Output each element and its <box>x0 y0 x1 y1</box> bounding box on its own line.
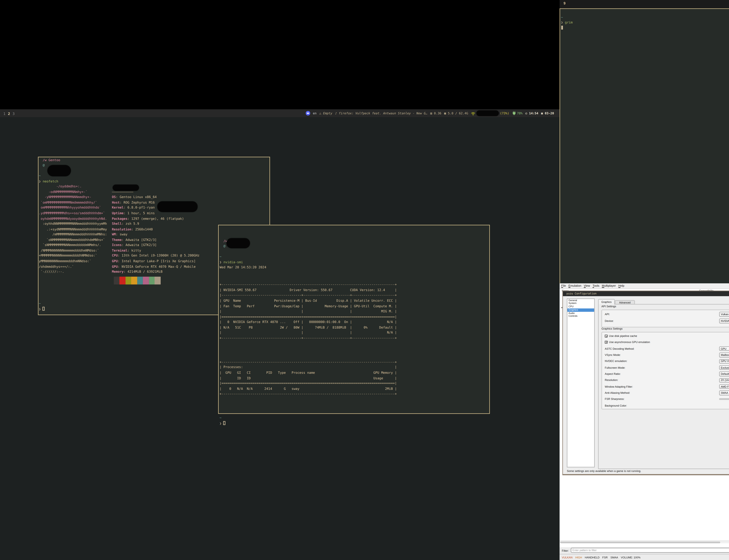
menu-view[interactable]: View <box>584 284 590 287</box>
status-badge-high[interactable]: HIGH <box>575 556 582 559</box>
dropdown-api-[interactable]: Vulkan▾ <box>719 312 729 317</box>
tab-graphics[interactable]: Graphics <box>598 299 615 305</box>
calendar-icon: ▣ <box>541 112 543 115</box>
dropdown-selected-value: AMD FidelityFX™ Super Resolution <box>720 385 729 388</box>
terminal-nvidia-smi[interactable]: /w Gentoo @ ~❯ nvidia-smiWed Mar 20 14:5… <box>218 225 490 414</box>
api-settings-title: API Settings <box>601 305 616 308</box>
wifi-icon <box>471 111 475 115</box>
left-monitor: 123 en △ Empty ♪ firefox: Vulfpeck feat.… <box>0 0 560 560</box>
horizontal-scrollbar[interactable]: ▸ <box>560 540 729 543</box>
dropdown-selected-value: GPU <box>720 347 729 350</box>
cpu-load-module[interactable]: ▥ 0.36 <box>430 112 441 115</box>
config-section-cpu[interactable]: CPU <box>567 305 594 308</box>
fsr-sharpness-slider[interactable]: 88% <box>719 397 729 401</box>
tab-advanced[interactable]: Advanced <box>615 300 635 305</box>
battery-module[interactable]: 78% <box>512 111 522 115</box>
bell-icon: △ <box>319 112 321 115</box>
terminal-grim[interactable]: ~❯ grim <box>560 8 729 283</box>
neofetch-info-row: GPU: Intel Raptor Lake-P [Iris Xe Graphi… <box>112 259 200 264</box>
menu-help[interactable]: Help <box>618 284 624 287</box>
redacted-hostname <box>226 238 250 248</box>
workspace-button-3[interactable]: 3 <box>13 111 15 115</box>
status-badge-fsr[interactable]: FSR <box>602 556 608 559</box>
setting-label-fullscreen-mode-: Fullscreen Mode: <box>605 366 719 369</box>
horizontal-scrollbar-thumb[interactable] <box>560 541 720 543</box>
status-badge-smaa[interactable]: SMAA <box>610 556 618 559</box>
checkbox-use-asynchronous-gpu-emulation[interactable]: ✓Use asynchronous GPU emulation <box>605 339 729 345</box>
setting-label-background-color: Background Color: <box>605 404 729 407</box>
keyboard-layout[interactable]: en <box>313 112 317 115</box>
redacted-hostname <box>47 165 71 176</box>
dropdown-window-adapting-filter-[interactable]: AMD FidelityFX™ Super Resolution▾ <box>719 384 729 389</box>
config-section-controls[interactable]: Controls <box>567 315 594 318</box>
dropdown-selected-value: Exclusive Fullscreen <box>720 366 729 369</box>
clock-module[interactable]: ◴ 14:54 <box>525 112 538 115</box>
setting-label-fsr-sharpness: FSR Sharpness: <box>605 398 719 401</box>
dropdown-fullscreen-mode-[interactable]: Exclusive Fullscreen▾ <box>719 365 729 370</box>
media-module[interactable]: ♪ firefox: Vulfpeck feat. Antwaun Stanle… <box>335 112 427 115</box>
config-section-system[interactable]: System <box>567 302 594 305</box>
workspace-button-2[interactable]: 2 <box>8 111 10 115</box>
palette-swatch <box>155 276 160 284</box>
graphics-settings-title: Graphics Settings <box>601 327 623 330</box>
workspace-button-1[interactable]: 1 <box>3 111 5 115</box>
date-module[interactable]: ▣ 03-20 <box>541 112 554 115</box>
menu-file[interactable]: File <box>561 284 566 287</box>
dropdown-resolution-[interactable]: 2X (1440p/2160p)▾ <box>719 378 729 383</box>
neofetch-shell-prompt: ~❯ <box>39 301 45 312</box>
setting-label-api-: API: <box>605 313 719 316</box>
menu-multiplayer[interactable]: Multiplayer <box>602 284 616 287</box>
dropdown-aspect-ratio-[interactable]: Default (16:9)▾ <box>719 372 729 376</box>
dropdown-selected-value: Mailbox (Recommended) <box>720 354 729 356</box>
setting-label-window-adapting-filter-: Window Adapting Filter: <box>605 385 719 388</box>
dropdown-device-[interactable]: NVIDIA GeForce RTX 4070 Laptop GPU▾ <box>719 319 729 323</box>
nvidia-shell-prompt: ~❯ <box>220 416 397 426</box>
palette-swatch <box>143 276 149 284</box>
dropdown-selected-value: 2X (1440p/2160p) <box>720 379 729 382</box>
status-badge-handheld[interactable]: HANDHELD <box>585 556 599 559</box>
filter-input[interactable] <box>571 548 729 553</box>
notifications-module[interactable]: △ Empty <box>319 112 332 115</box>
setting-label-astc-decoding-method-: ASTC Decoding Method: <box>605 347 719 350</box>
dropdown-astc-decoding-method-[interactable]: GPU▾ <box>719 346 729 351</box>
status-badge-volume-100-[interactable]: VOLUME: 100% <box>621 556 640 559</box>
checkbox-use-disk-pipeline-cache[interactable]: ✓Use disk pipeline cache <box>605 333 729 339</box>
neofetch-info-row: WM: sway <box>112 232 200 238</box>
slider-track-left[interactable] <box>719 399 729 400</box>
neofetch-info-row: Theme: Adwaita [GTK2/3] <box>112 237 200 243</box>
menu-emulation[interactable]: Emulation <box>568 284 581 287</box>
config-section-general[interactable]: General <box>567 299 594 302</box>
config-section-graphics[interactable]: Graphics <box>567 308 594 312</box>
dialog-title-bar[interactable]: yuzu Configuration <box>563 291 729 296</box>
redacted-user-host <box>112 185 139 191</box>
checkbox-box[interactable]: ✓ <box>605 335 607 338</box>
palette-swatch <box>114 276 119 284</box>
grim-prompt: ~❯ grim <box>561 9 573 31</box>
checkbox-box[interactable]: ✓ <box>605 341 607 343</box>
menu-tools[interactable]: Tools <box>592 284 599 287</box>
setting-label-aspect-ratio-: Aspect Ratio: <box>605 373 719 375</box>
dialog-note: Some settings are only available when a … <box>567 469 641 472</box>
config-section-audio[interactable]: Audio <box>567 312 594 315</box>
terminal-cursor <box>223 421 225 425</box>
dropdown-anti-aliasing-method-[interactable]: SMAA▾ <box>719 391 729 395</box>
yuzu-configuration-dialog: yuzu Configuration GeneralSystemCPUGraph… <box>562 291 729 475</box>
sway-status-bar: 123 en △ Empty ♪ firefox: Vulfpeck feat.… <box>0 109 560 117</box>
discord-icon[interactable] <box>306 111 310 115</box>
neofetch-info-row: Shell: zsh 5.9 <box>112 222 200 227</box>
neofetch-info-row: Memory: 4214MiB / 63921MiB <box>112 269 200 275</box>
workspace-9[interactable]: 9 <box>563 1 566 5</box>
neofetch-info-row: Packages: 1297 (emerge), 46 (flatpak) <box>112 216 200 222</box>
setting-label-vsync-mode-: VSync Mode: <box>605 354 719 356</box>
memory-module[interactable]: ▦ 5.0 / 62.4G <box>444 112 468 115</box>
terminal-cursor <box>561 26 563 30</box>
wifi-module[interactable]: (73%) <box>471 111 509 116</box>
status-badge-vulkan[interactable]: VULKAN <box>562 556 572 559</box>
dropdown-nvdec-emulation-[interactable]: GPU Video Decoding (Default)▾ <box>719 359 729 364</box>
dropdown-vsync-mode-[interactable]: Mailbox (Recommended)▾ <box>719 353 729 357</box>
neofetch-info: ―――――――――――OS: Gentoo Linux x86_64Host: … <box>112 184 200 275</box>
wallpaper-black-area <box>0 0 560 109</box>
setting-label-nvdec-emulation-: NVDEC emulation: <box>605 360 719 363</box>
palette-swatch <box>131 276 137 284</box>
redacted-host-model <box>157 201 197 212</box>
